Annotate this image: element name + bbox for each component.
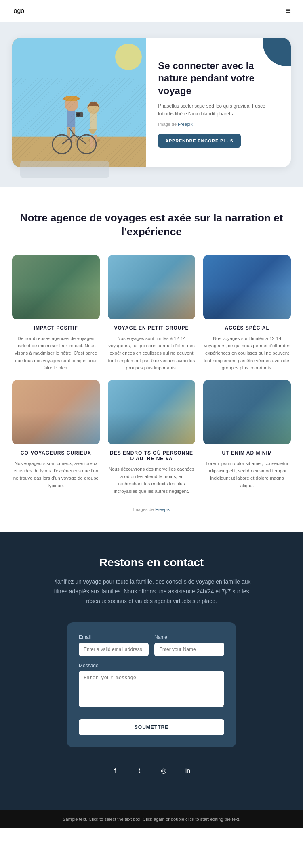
card-text-3: Nos voyages sont limités à 12-14 voyageu… [203, 335, 291, 372]
hero-section: Se connecter avec la nature pendant votr… [0, 22, 303, 187]
footer-text: Sample text. Click to select the text bo… [12, 816, 291, 823]
name-label: Name [154, 634, 224, 640]
card-image-5 [108, 380, 196, 444]
email-input[interactable] [79, 643, 149, 656]
card-image-1 [12, 255, 100, 319]
card-label-2: VOYAGE EN PETIT GROUPE [108, 325, 196, 331]
svg-point-2 [115, 44, 142, 70]
message-textarea[interactable] [79, 671, 224, 707]
agency-card-4: CO-VOYAGEURS CURIEUX Nos voyageurs sont … [12, 380, 100, 495]
card-label-5: DES ENDROITS OÙ PERSONNE D'AUTRE NE VA [108, 450, 196, 461]
freepik-link-bottom[interactable]: Freepik [155, 507, 170, 512]
hero-bottom-decoration [20, 161, 109, 178]
form-row-top: Email Name [79, 634, 224, 656]
images-credit: Images de Freepik [12, 507, 291, 512]
social-twitter-icon[interactable]: t [132, 764, 147, 778]
card-image-2 [108, 255, 196, 319]
card-image-3 [203, 255, 291, 319]
card-text-5: Nous découvrons des merveilles cachées l… [108, 465, 196, 495]
name-input[interactable] [154, 643, 224, 656]
hero-photo [12, 38, 146, 167]
hero-image-credit: Image de Freepik [158, 122, 279, 127]
message-group: Message [79, 663, 224, 709]
social-facebook-icon[interactable]: f [108, 764, 122, 778]
card-text-4: Nos voyageurs sont curieux, aventureux e… [12, 460, 100, 490]
email-group: Email [79, 634, 149, 656]
navbar: logo ≡ [0, 0, 303, 22]
card-text-2: Nos voyages sont limités à 12-14 voyageu… [108, 335, 196, 372]
card-label-4: CO-VOYAGEURS CURIEUX [12, 450, 100, 456]
card-text-1: De nombreuses agences de voyages parlent… [12, 335, 100, 372]
agency-card-3: ACCÈS SPÉCIAL Nos voyages sont limités à… [203, 255, 291, 372]
logo: logo [12, 7, 24, 15]
social-instagram-icon[interactable]: ◎ [156, 764, 171, 778]
agency-card-2: VOYAGE EN PETIT GROUPE Nos voyages sont … [108, 255, 196, 372]
agency-section: Notre agence de voyages est axée sur la … [0, 187, 303, 532]
contact-form-wrapper: Email Name Message SOUMETTRE [67, 622, 236, 747]
footer: Sample text. Click to select the text bo… [0, 810, 303, 828]
hero-card: Se connecter avec la nature pendant votr… [12, 38, 291, 167]
message-label: Message [79, 663, 224, 668]
card-image-4 [12, 380, 100, 444]
hero-content: Se connecter avec la nature pendant votr… [146, 38, 291, 167]
card-label-6: UT ENIM AD MINIM [203, 450, 291, 456]
contact-section: Restons en contact Planifiez un voyage p… [0, 532, 303, 810]
card-label-1: IMPACT POSITIF [12, 325, 100, 331]
social-icons: ft◎in [12, 764, 291, 778]
menu-icon[interactable]: ≡ [286, 6, 291, 16]
name-group: Name [154, 634, 224, 656]
submit-button[interactable]: SOUMETTRE [79, 719, 224, 735]
cards-grid: IMPACT POSITIF De nombreuses agences de … [12, 255, 291, 495]
freepik-link[interactable]: Freepik [178, 122, 193, 127]
hero-cta-button[interactable]: APPRENDRE ENCORE PLUS [158, 134, 240, 148]
social-linkedin-icon[interactable]: in [181, 764, 195, 778]
agency-card-5: DES ENDROITS OÙ PERSONNE D'AUTRE NE VA N… [108, 380, 196, 495]
hero-title: Se connecter avec la nature pendant votr… [158, 59, 279, 97]
hero-description: Phasellus scelerisque sed leo quis gravi… [158, 102, 279, 118]
card-label-3: ACCÈS SPÉCIAL [203, 325, 291, 331]
agency-card-1: IMPACT POSITIF De nombreuses agences de … [12, 255, 100, 372]
hero-diagonal-overlay [12, 78, 146, 167]
agency-card-6: UT ENIM AD MINIM Lorem ipsum dolor sit a… [203, 380, 291, 495]
card-text-6: Lorem ipsum dolor sit amet, consectetur … [203, 460, 291, 490]
agency-title: Notre agence de voyages est axée sur la … [12, 211, 291, 239]
hero-image-col [12, 38, 146, 167]
email-label: Email [79, 634, 149, 640]
contact-title: Restons en contact [12, 556, 291, 569]
contact-description: Planifiez un voyage pour toute la famill… [50, 577, 253, 606]
card-image-6 [203, 380, 291, 444]
